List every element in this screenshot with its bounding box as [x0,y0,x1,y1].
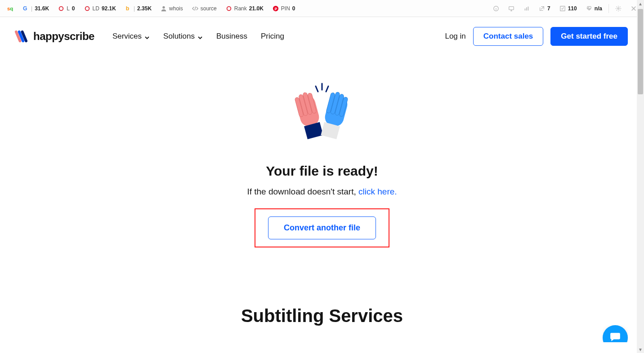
svg-rect-14 [528,6,529,10]
ext-check[interactable]: 110 [555,4,581,13]
nav-label: Solutions [163,32,195,41]
svg-text:q: q [10,6,13,11]
site-header: happyscribe Services Solutions Business … [0,17,644,56]
ext-label: LD [93,5,99,12]
brand-name: happyscribe [33,30,94,43]
nav-services[interactable]: Services [112,32,150,41]
nav-label: Pricing [261,32,284,41]
extension-toolbar: sq G | 31.6K L 0 LD 92.1K b [0,0,644,17]
ext-value: 2.35K [137,5,152,12]
ext-whois[interactable]: whois [156,4,188,13]
main-content: Your file is ready! If the download does… [0,56,644,353]
bing-icon: b [125,5,131,12]
pinterest-icon: P [273,5,279,12]
svg-line-18 [316,86,318,92]
ext-l-metric[interactable]: L 0 [54,4,79,13]
svg-point-4 [85,6,89,10]
primary-nav: Services Solutions Business Pricing [112,32,284,41]
ext-label: whois [169,5,183,12]
user-icon [161,5,167,12]
section-title: Subtitling Services [0,306,644,326]
scrollbar-track[interactable]: ▲ ▼ [637,0,644,353]
gear-icon [615,5,622,12]
red-circle-icon [84,5,90,12]
svg-text:b: b [126,5,129,12]
svg-rect-11 [509,6,514,9]
scroll-down-arrow-icon[interactable]: ▼ [637,346,644,353]
nav-business[interactable]: Business [216,32,247,41]
scrollbar-thumb[interactable] [638,9,643,94]
get-started-button[interactable]: Get started free [550,27,628,46]
contact-sales-button[interactable]: Contact sales [473,27,544,46]
scroll-up-arrow-icon[interactable]: ▲ [637,0,644,7]
ext-info[interactable] [488,4,504,13]
external-icon [539,5,545,12]
logo-mark-icon [13,29,29,44]
ext-value: 0 [72,5,75,12]
nav-pricing[interactable]: Pricing [261,32,284,41]
heart-icon [586,5,592,12]
ext-value: n/a [595,5,602,12]
click-here-link[interactable]: click here. [358,187,397,196]
ext-seo-icon[interactable]: sq [3,4,18,13]
ext-value: 21.0K [249,5,264,12]
check-icon [559,5,566,12]
ext-ld-metric[interactable]: LD 92.1K [80,4,121,13]
ext-label: source [201,5,217,12]
ext-label: Rank [234,5,247,12]
chevron-down-icon [197,34,203,39]
ext-google-index[interactable]: G | 31.6K [18,4,54,13]
ext-external[interactable]: 7 [534,4,555,13]
brand-logo[interactable]: happyscribe [13,29,94,44]
ext-value: 0 [292,5,295,12]
svg-point-3 [59,6,63,10]
red-circle-icon [58,5,64,12]
page-title: Your file is ready! [0,163,644,179]
download-help-text: If the download doesn't start, click her… [0,187,644,197]
subline-prefix: If the download doesn't start, [247,187,358,196]
ext-value: 92.1K [102,5,116,12]
code-icon [192,5,198,12]
ext-label: L [67,5,70,12]
ext-settings[interactable] [611,4,626,13]
svg-text:G: G [23,5,27,12]
red-circle-icon [226,5,232,12]
ext-label: PIN [281,5,290,12]
svg-rect-13 [526,7,527,10]
ext-source[interactable]: source [188,4,221,13]
high-five-illustration-icon [286,83,358,150]
svg-line-19 [326,86,328,92]
convert-another-file-button[interactable]: Convert another file [268,216,376,239]
nav-label: Services [112,32,142,41]
ext-value: 31.6K [35,5,49,12]
header-actions: Log in Contact sales Get started free [445,27,628,46]
google-icon: G [22,5,29,12]
close-icon [631,5,637,12]
monitor-icon [508,5,514,12]
svg-rect-12 [525,9,526,10]
ext-bing-index[interactable]: b | 2.35K [121,4,156,13]
svg-point-7 [227,6,231,10]
ext-rank[interactable]: Rank 21.0K [221,4,268,13]
ext-chart[interactable] [519,4,534,13]
svg-text:P: P [274,6,277,11]
ext-value: 7 [547,5,550,12]
chevron-down-icon [144,34,150,39]
info-icon [493,5,499,12]
seoquake-icon: sq [7,5,13,12]
login-link[interactable]: Log in [445,32,465,41]
svg-point-16 [617,8,619,9]
ext-pinterest[interactable]: P PIN 0 [268,4,300,13]
ext-monitor[interactable] [504,4,519,13]
nav-solutions[interactable]: Solutions [163,32,203,41]
highlight-annotation: Convert another file [255,208,389,247]
nav-label: Business [216,32,247,41]
ext-value: 110 [568,5,577,12]
svg-point-6 [162,6,165,8]
chart-icon [523,5,530,12]
divider [608,4,609,13]
ext-heart[interactable]: n/a [581,4,607,13]
